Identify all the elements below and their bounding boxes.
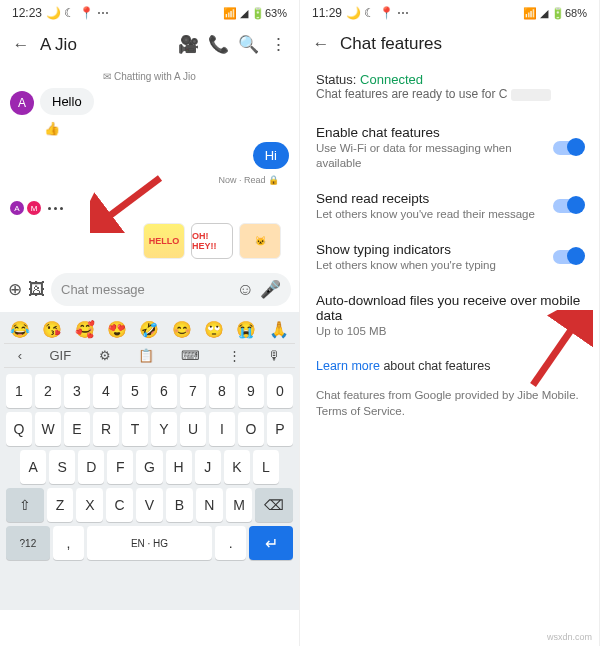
- mic-icon[interactable]: 🎙: [268, 348, 281, 363]
- key-s[interactable]: S: [49, 450, 75, 484]
- message-input[interactable]: Chat message ☺ 🎤: [51, 273, 291, 306]
- key-v[interactable]: V: [136, 488, 163, 522]
- key-c[interactable]: C: [106, 488, 133, 522]
- clipboard-icon[interactable]: 📋: [138, 348, 154, 363]
- emoji[interactable]: 🥰: [75, 320, 95, 339]
- status-value: Connected: [360, 72, 423, 87]
- key-a[interactable]: A: [20, 450, 46, 484]
- emoji[interactable]: 🙄: [204, 320, 224, 339]
- gallery-icon[interactable]: 🖼: [28, 280, 45, 300]
- chat-title[interactable]: A Jio: [40, 35, 169, 55]
- toggle-switch[interactable]: [553, 250, 583, 264]
- key-l[interactable]: L: [253, 450, 279, 484]
- key-g[interactable]: G: [136, 450, 162, 484]
- bubble-text[interactable]: Hello: [40, 88, 94, 115]
- phone-right-settings: 11:29 🌙 ☾ 📍 ⋯ 📶 ◢ 🔋68% ← Chat features S…: [300, 0, 600, 646]
- video-call-icon[interactable]: 🎥: [177, 34, 199, 55]
- toggle-switch[interactable]: [553, 199, 583, 213]
- key-3[interactable]: 3: [64, 374, 90, 408]
- setting-read-receipts[interactable]: Send read receipts Let others know you'v…: [316, 181, 583, 232]
- gif-button[interactable]: GIF: [49, 348, 71, 363]
- key-7[interactable]: 7: [180, 374, 206, 408]
- sticker-suggestions: HELLO OH! HEY!! 🐱: [10, 223, 289, 259]
- keyboard-icon[interactable]: ⌨: [181, 348, 200, 363]
- mic-icon[interactable]: 🎤: [260, 279, 281, 300]
- learn-more-link[interactable]: Learn more: [316, 359, 380, 373]
- collapse-icon[interactable]: ‹: [18, 348, 22, 363]
- key-period[interactable]: .: [215, 526, 246, 560]
- key-f[interactable]: F: [107, 450, 133, 484]
- key-1[interactable]: 1: [6, 374, 32, 408]
- setting-auto-download[interactable]: Auto-download files you receive over mob…: [316, 283, 583, 349]
- reaction[interactable]: 👍: [44, 121, 289, 136]
- key-comma[interactable]: ,: [53, 526, 84, 560]
- key-0[interactable]: 0: [267, 374, 293, 408]
- key-e[interactable]: E: [64, 412, 90, 446]
- setting-typing-indicators[interactable]: Show typing indicators Let others know w…: [316, 232, 583, 283]
- key-2[interactable]: 2: [35, 374, 61, 408]
- key-5[interactable]: 5: [122, 374, 148, 408]
- key-o[interactable]: O: [238, 412, 264, 446]
- sticker[interactable]: 🐱: [239, 223, 281, 259]
- key-6[interactable]: 6: [151, 374, 177, 408]
- search-icon[interactable]: 🔍: [237, 34, 259, 55]
- footer-text: Chat features from Google provided by Ji…: [316, 387, 583, 419]
- key-y[interactable]: Y: [151, 412, 177, 446]
- key-q[interactable]: Q: [6, 412, 32, 446]
- call-icon[interactable]: 📞: [207, 34, 229, 55]
- emoji-icon[interactable]: ☺: [237, 280, 254, 300]
- typing-dots-icon: [48, 207, 63, 210]
- key-symbols[interactable]: ?12: [6, 526, 50, 560]
- key-r[interactable]: R: [93, 412, 119, 446]
- key-backspace[interactable]: ⌫: [255, 488, 293, 522]
- key-p[interactable]: P: [267, 412, 293, 446]
- key-k[interactable]: K: [224, 450, 250, 484]
- toggle-switch[interactable]: [553, 141, 583, 155]
- setting-desc: Let others know when you're typing: [316, 258, 543, 273]
- more-icon[interactable]: ⋮: [228, 348, 241, 363]
- emoji[interactable]: 🙏: [269, 320, 289, 339]
- key-enter[interactable]: ↵: [249, 526, 293, 560]
- key-h[interactable]: H: [166, 450, 192, 484]
- number-row: 1 2 3 4 5 6 7 8 9 0: [6, 374, 293, 408]
- setting-desc: Up to 105 MB: [316, 324, 583, 339]
- key-m[interactable]: M: [226, 488, 253, 522]
- setting-title: Enable chat features: [316, 125, 543, 140]
- settings-icon[interactable]: ⚙: [99, 348, 111, 363]
- key-z[interactable]: Z: [47, 488, 74, 522]
- key-8[interactable]: 8: [209, 374, 235, 408]
- key-n[interactable]: N: [196, 488, 223, 522]
- key-w[interactable]: W: [35, 412, 61, 446]
- back-icon[interactable]: ←: [10, 35, 32, 55]
- key-i[interactable]: I: [209, 412, 235, 446]
- sticker[interactable]: HELLO: [143, 223, 185, 259]
- settings-header: ← Chat features: [300, 26, 599, 62]
- status-right: 📶 ◢ 🔋68%: [523, 7, 587, 20]
- sticker[interactable]: OH! HEY!!: [191, 223, 233, 259]
- avatar[interactable]: A: [10, 91, 34, 115]
- back-icon[interactable]: ←: [310, 34, 332, 54]
- emoji[interactable]: 🤣: [139, 320, 159, 339]
- emoji[interactable]: 😍: [107, 320, 127, 339]
- emoji[interactable]: 😂: [10, 320, 30, 339]
- key-9[interactable]: 9: [238, 374, 264, 408]
- emoji-suggestions: 😂 😘 🥰 😍 🤣 😊 🙄 😭 🙏: [4, 316, 295, 343]
- emoji[interactable]: 😭: [236, 320, 256, 339]
- key-b[interactable]: B: [166, 488, 193, 522]
- emoji[interactable]: 😘: [42, 320, 62, 339]
- more-icon[interactable]: ⋮: [267, 34, 289, 55]
- key-shift[interactable]: ⇧: [6, 488, 44, 522]
- add-icon[interactable]: ⊕: [8, 279, 22, 300]
- key-4[interactable]: 4: [93, 374, 119, 408]
- key-u[interactable]: U: [180, 412, 206, 446]
- emoji[interactable]: 😊: [172, 320, 192, 339]
- key-d[interactable]: D: [78, 450, 104, 484]
- mini-avatar: A: [10, 201, 24, 215]
- status-time: 11:29: [312, 6, 342, 20]
- key-t[interactable]: T: [122, 412, 148, 446]
- bubble-text[interactable]: Hi: [253, 142, 289, 169]
- key-j[interactable]: J: [195, 450, 221, 484]
- key-space[interactable]: EN · HG: [87, 526, 212, 560]
- key-x[interactable]: X: [76, 488, 103, 522]
- setting-enable-chat[interactable]: Enable chat features Use Wi-Fi or data f…: [316, 115, 583, 181]
